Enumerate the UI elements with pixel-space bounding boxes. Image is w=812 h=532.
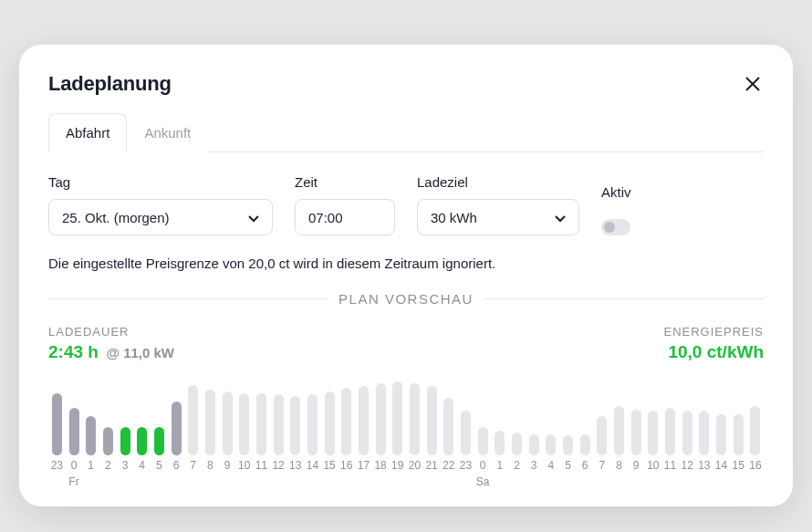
chart-bar bbox=[461, 411, 471, 455]
chart-tick: 13 bbox=[698, 459, 710, 472]
preview-divider-label: PLAN VORSCHAU bbox=[338, 291, 474, 307]
day-label: Tag bbox=[48, 174, 273, 190]
chart-slot: 13. bbox=[286, 396, 304, 488]
price-limit-hint: Die eingestellte Preisgrenze von 20,0 ct… bbox=[48, 256, 764, 271]
preview-header: LADEDAUER ENERGIEPREIS bbox=[48, 325, 764, 339]
active-label: Aktiv bbox=[601, 184, 631, 200]
chart-bar bbox=[290, 396, 300, 455]
chart-bar bbox=[648, 411, 658, 455]
chart-tick: 7 bbox=[190, 459, 196, 472]
chart-slot: 13. bbox=[696, 411, 713, 488]
chart-bar bbox=[410, 383, 420, 455]
chart-bar bbox=[103, 427, 113, 455]
chart-bar bbox=[325, 391, 335, 455]
chevron-down-icon bbox=[555, 210, 566, 225]
chart-slot: 4. bbox=[133, 427, 151, 488]
chart-bar bbox=[512, 433, 522, 455]
chart-tick: 23 bbox=[51, 459, 63, 472]
chart-tick: 3 bbox=[122, 459, 129, 472]
price-forecast-chart: 23.0Fr1.2.3.4.5.6.7.8.9.10.11.12.13.14.1… bbox=[48, 379, 764, 488]
chart-bar bbox=[341, 388, 351, 455]
chart-slot: 10. bbox=[645, 411, 662, 488]
chart-slot: 3. bbox=[117, 427, 134, 488]
day-select[interactable]: 25. Okt. (morgen) bbox=[48, 199, 273, 235]
form-row: Tag 25. Okt. (morgen) Zeit 07:00 Ladezie… bbox=[48, 174, 764, 235]
modal-title: Ladeplanung bbox=[48, 72, 172, 96]
chart-slot: 15. bbox=[321, 391, 338, 488]
chart-day-label: Fr bbox=[68, 475, 78, 488]
goal-select[interactable]: 30 kWh bbox=[417, 199, 579, 235]
chart-slot: 16. bbox=[338, 388, 355, 488]
chart-bar bbox=[120, 427, 130, 455]
chart-bar bbox=[699, 411, 709, 455]
active-toggle[interactable] bbox=[601, 219, 630, 235]
field-day: Tag 25. Okt. (morgen) bbox=[48, 174, 273, 235]
chart-slot: 7. bbox=[184, 385, 202, 488]
chart-bar bbox=[52, 393, 62, 455]
chart-bar bbox=[205, 390, 215, 455]
tab-arrival[interactable]: Ankunft bbox=[127, 113, 208, 152]
time-input[interactable]: 07:00 bbox=[295, 199, 395, 235]
chart-slot: 2. bbox=[508, 433, 526, 488]
chart-bar bbox=[223, 391, 233, 455]
chart-slot: 9. bbox=[219, 391, 236, 488]
chart-tick: 11 bbox=[664, 459, 676, 472]
chart-tick: 8 bbox=[207, 459, 213, 472]
chart-bar bbox=[376, 383, 386, 455]
chart-slot: 20. bbox=[406, 383, 423, 488]
chart-tick: 1 bbox=[88, 459, 94, 472]
chart-tick: 0 bbox=[480, 459, 486, 472]
chart-slot: 7. bbox=[594, 416, 611, 488]
chart-bar bbox=[682, 411, 692, 455]
chevron-down-icon bbox=[248, 210, 259, 225]
preview-divider: PLAN VORSCHAU bbox=[48, 291, 764, 307]
chart-slot: 14. bbox=[304, 394, 321, 488]
chart-slot: 9. bbox=[628, 410, 645, 488]
chart-bar bbox=[188, 385, 198, 455]
power-suffix: @ 11,0 kW bbox=[106, 345, 174, 360]
chart-bar bbox=[172, 402, 182, 455]
close-button[interactable] bbox=[742, 73, 764, 95]
chart-slot: 23. bbox=[457, 411, 474, 488]
chart-bar bbox=[154, 427, 164, 455]
field-goal: Ladeziel 30 kWh bbox=[417, 174, 579, 235]
chart-bar bbox=[427, 386, 437, 455]
chart-slot: 0Sa bbox=[474, 427, 492, 488]
chart-bar bbox=[750, 406, 760, 455]
chart-slot: 12. bbox=[679, 411, 696, 488]
chart-slot: 0Fr bbox=[66, 408, 83, 488]
chart-tick: 1 bbox=[496, 459, 503, 472]
chart-slot: 19. bbox=[389, 381, 406, 488]
chart-slot: 6. bbox=[168, 402, 185, 488]
chart-tick: 2 bbox=[105, 459, 111, 472]
chart-tick: 19 bbox=[391, 459, 403, 472]
price-value: 10,0 ct/kWh bbox=[668, 342, 764, 362]
chart-tick: 10 bbox=[647, 459, 659, 472]
chart-bar bbox=[256, 393, 266, 455]
chart-bar bbox=[614, 406, 624, 455]
chart-bar bbox=[734, 414, 744, 455]
chart-tick: 11 bbox=[255, 459, 267, 472]
chart-slot: 2. bbox=[99, 427, 117, 488]
chart-slot: 23. bbox=[48, 393, 66, 488]
tabs: Abfahrt Ankunft bbox=[48, 112, 764, 152]
goal-select-value: 30 kWh bbox=[431, 210, 477, 225]
chart-tick: 6 bbox=[173, 459, 180, 472]
chart-bar bbox=[86, 416, 96, 455]
time-input-value: 07:00 bbox=[308, 210, 343, 225]
chart-tick: 7 bbox=[599, 459, 605, 472]
chart-slot: 14. bbox=[713, 414, 730, 488]
price-label: ENERGIEPREIS bbox=[663, 325, 764, 339]
day-select-value: 25. Okt. (morgen) bbox=[62, 210, 170, 225]
chart-bar bbox=[443, 398, 453, 455]
chart-slot: 1. bbox=[491, 431, 508, 488]
chart-bar bbox=[580, 434, 590, 455]
chart-tick: 15 bbox=[323, 459, 335, 472]
chart-tick: 15 bbox=[733, 459, 744, 472]
chart-slot: 6. bbox=[577, 434, 594, 488]
chart-bar bbox=[137, 427, 147, 455]
chart-bar bbox=[69, 408, 79, 455]
tab-departure[interactable]: Abfahrt bbox=[48, 113, 127, 152]
chart-slot: 4. bbox=[542, 434, 559, 488]
chart-bar bbox=[665, 408, 675, 455]
